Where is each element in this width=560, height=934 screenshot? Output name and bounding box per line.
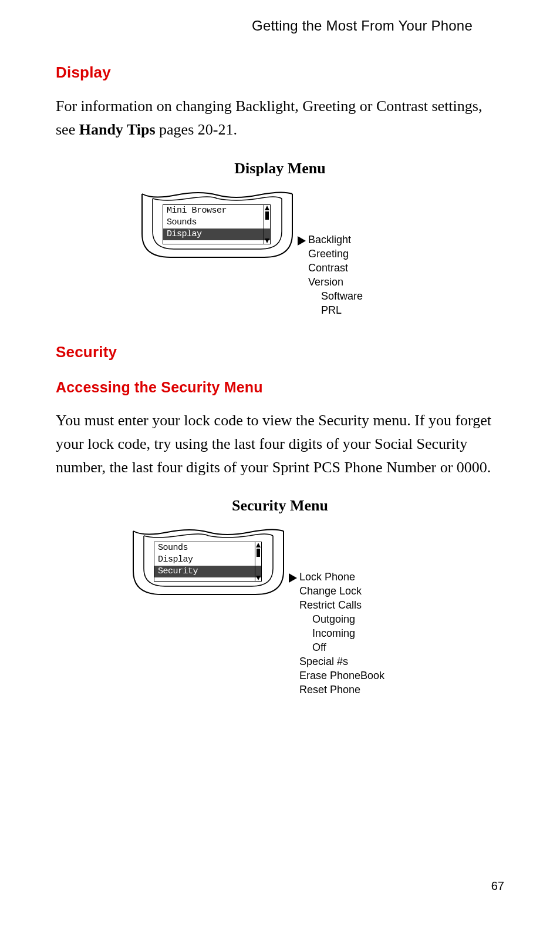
scroll-up-icon [264,205,270,211]
callout-line: Contrast [308,261,363,275]
svg-marker-0 [265,206,269,210]
scroll-up-icon [255,542,261,548]
callout-line: Software [308,289,363,303]
figure-security-menu: Sounds Display Security Lock Phone Chang… [56,524,504,700]
callout-line: Backlight [308,233,363,247]
callout-line: Version [308,275,363,289]
scroll-down-icon [264,238,270,244]
callout-display: Backlight Greeting Contrast Version Soft… [308,233,363,317]
lcd-scrollbar [264,205,270,244]
phone-illustration: Sounds Display Security [132,524,285,603]
scroll-down-icon [255,575,261,581]
figure-title-display: Display Menu [56,160,504,177]
triangle-right-icon [289,572,297,586]
running-header: Getting the Most From Your Phone [220,18,504,34]
lcd-screen: Sounds Display Security [154,542,262,582]
callout-line: Special #s [299,654,384,668]
lcd-row: Sounds [163,217,270,229]
text-bold: Handy Tips [79,121,156,138]
callout-line: Lock Phone [299,570,384,584]
svg-marker-1 [265,238,269,243]
callout-line: Incoming [299,626,384,640]
lcd-scrollbar [255,542,261,581]
page-number: 67 [491,879,504,893]
svg-marker-3 [256,543,261,547]
figure-title-security: Security Menu [56,497,504,515]
subheading-security: Accessing the Security Menu [56,379,504,396]
callout-line: PRL [308,303,363,317]
callout-security: Lock Phone Change Lock Restrict Calls Ou… [299,570,384,697]
callout-line: Greeting [308,247,363,261]
heading-security: Security [56,343,504,361]
display-paragraph: For information on changing Backlight, G… [56,95,504,142]
scroll-thumb [265,211,269,220]
lcd-row: Sounds [154,542,261,554]
svg-marker-4 [256,576,261,580]
callout-line: Outgoing [299,612,384,626]
lcd-screen: Mini Browser Sounds Display [163,204,271,244]
text: pages 20-21. [156,121,237,138]
callout-line: Off [299,640,384,654]
callout-line: Restrict Calls [299,598,384,612]
callout-line: Erase PhoneBook [299,668,384,683]
phone-illustration: Mini Browser Sounds Display [141,187,294,266]
callout-line: Change Lock [299,584,384,598]
heading-display: Display [56,63,504,82]
scroll-thumb [257,549,260,557]
lcd-row: Display [154,554,261,566]
callout-line: Reset Phone [299,683,384,697]
svg-marker-5 [289,573,297,583]
page: Getting the Most From Your Phone Display… [0,0,560,934]
svg-marker-2 [298,236,306,246]
lcd-row-selected: Display [163,229,270,240]
figure-display-menu: Mini Browser Sounds Display Backlight Gr… [56,187,504,322]
triangle-right-icon [298,235,306,249]
lcd-row: Mini Browser [163,205,270,217]
lcd-row-selected: Security [154,566,261,577]
security-paragraph: You must enter your lock code to view th… [56,409,504,480]
